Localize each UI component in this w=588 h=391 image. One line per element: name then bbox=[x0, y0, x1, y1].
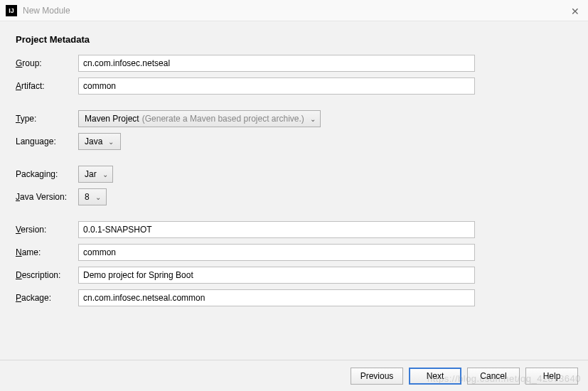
type-select[interactable]: Maven Project (Generate a Maven based pr… bbox=[78, 110, 321, 127]
label-artifact: Artifact: bbox=[16, 81, 78, 91]
type-value: Maven Project bbox=[85, 114, 139, 124]
footer: Previous Next Cancel Help bbox=[0, 360, 588, 391]
language-select[interactable]: Java ⌄ bbox=[78, 133, 121, 150]
help-button[interactable]: Help bbox=[525, 368, 578, 385]
packaging-select[interactable]: Jar ⌄ bbox=[78, 166, 113, 183]
next-button[interactable]: Next bbox=[409, 368, 461, 385]
label-packaging: Packaging: bbox=[16, 169, 78, 179]
label-version: Version: bbox=[16, 225, 78, 235]
label-name: Name: bbox=[16, 247, 78, 257]
description-input[interactable] bbox=[78, 267, 475, 284]
cancel-button[interactable]: Cancel bbox=[467, 368, 520, 385]
app-icon: IJ bbox=[6, 5, 17, 16]
close-icon[interactable]: ✕ bbox=[571, 6, 579, 17]
chevron-down-icon: ⌄ bbox=[310, 115, 316, 123]
label-description: Description: bbox=[16, 270, 78, 280]
content-area: Project Metadata Group: Artifact: Type: … bbox=[0, 21, 588, 325]
label-package: Package: bbox=[16, 293, 78, 303]
packaging-value: Jar bbox=[85, 169, 97, 179]
label-language: Language: bbox=[16, 136, 78, 146]
titlebar: IJ New Module ✕ bbox=[0, 0, 588, 21]
chevron-down-icon: ⌄ bbox=[95, 193, 101, 201]
java-version-select[interactable]: 8 ⌄ bbox=[78, 188, 107, 205]
name-input[interactable] bbox=[78, 244, 475, 261]
chevron-down-icon: ⌄ bbox=[108, 138, 114, 146]
label-java-version: Java Version: bbox=[16, 192, 78, 202]
version-input[interactable] bbox=[78, 221, 475, 238]
artifact-input[interactable] bbox=[78, 77, 475, 95]
package-input[interactable] bbox=[78, 289, 475, 306]
group-input[interactable] bbox=[78, 55, 475, 72]
previous-button[interactable]: Previous bbox=[351, 368, 403, 385]
java-version-value: 8 bbox=[85, 192, 90, 202]
chevron-down-icon: ⌄ bbox=[102, 171, 108, 178]
type-hint: (Generate a Maven based project archive.… bbox=[142, 114, 304, 124]
label-group: Group: bbox=[16, 58, 78, 68]
label-type: Type: bbox=[16, 114, 78, 124]
page-heading: Project Metadata bbox=[16, 34, 572, 45]
window-title: New Module bbox=[23, 6, 70, 16]
language-value: Java bbox=[85, 136, 102, 146]
